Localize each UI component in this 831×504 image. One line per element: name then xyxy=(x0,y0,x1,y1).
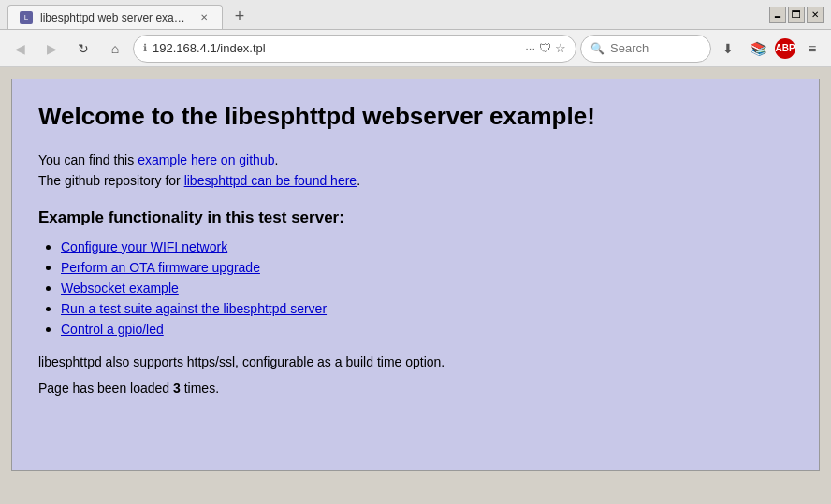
page-title: Welcome to the libesphttpd webserver exa… xyxy=(38,102,793,131)
libesphttpd-link[interactable]: libesphttpd can be found here xyxy=(184,173,357,188)
bookmark-icon[interactable]: ☆ xyxy=(555,41,566,55)
back-icon: ◀ xyxy=(15,41,25,56)
title-bar: L libesphttpd web server example ✕ + 🗕 🗖… xyxy=(0,0,831,30)
search-input[interactable] xyxy=(610,41,701,55)
search-bar-container[interactable]: 🔍 xyxy=(580,35,711,63)
address-input[interactable] xyxy=(153,41,519,55)
abp-label: ABP xyxy=(775,43,795,53)
tab-label: libesphttpd web server example xyxy=(40,11,190,24)
maximize-button[interactable]: 🗖 xyxy=(788,7,805,23)
toolbar: ◀ ▶ ↻ ⌂ ℹ ··· 🛡 ☆ 🔍 ⬇ 📚 ABP ≡ xyxy=(0,30,831,67)
list-item: Run a test suite against the libesphttpd… xyxy=(61,300,793,317)
back-button[interactable]: ◀ xyxy=(6,35,34,63)
more-options-icon[interactable]: ··· xyxy=(525,41,535,55)
list-item: Control a gpio/led xyxy=(61,321,793,338)
github-example-link[interactable]: example here on github xyxy=(138,152,274,167)
abp-button[interactable]: ABP xyxy=(775,38,795,59)
search-icon: 🔍 xyxy=(590,42,605,55)
toolbar-right: ⬇ 📚 ABP ≡ xyxy=(715,36,825,62)
address-bar-container[interactable]: ℹ ··· 🛡 ☆ xyxy=(133,35,576,63)
address-right-icons: ··· 🛡 ☆ xyxy=(525,41,566,55)
shield-icon[interactable]: 🛡 xyxy=(539,41,551,55)
forward-button[interactable]: ▶ xyxy=(37,35,66,63)
intro-part1: You can find this xyxy=(38,152,138,167)
info-icon: ℹ xyxy=(143,42,147,54)
close-button[interactable]: ✕ xyxy=(807,7,824,23)
forward-icon: ▶ xyxy=(47,41,57,56)
list-item-link[interactable]: Websocket example xyxy=(61,281,179,295)
refresh-button[interactable]: ↻ xyxy=(69,35,97,63)
new-tab-button[interactable]: + xyxy=(226,3,253,29)
minimize-button[interactable]: 🗕 xyxy=(769,7,786,23)
section-title: Example functionality in this test serve… xyxy=(38,209,793,227)
intro-part2: . xyxy=(274,152,278,167)
load-count: Page has been loaded 3 times. xyxy=(38,381,793,396)
load-count-number: 3 xyxy=(173,381,181,396)
window-controls: 🗕 🗖 ✕ xyxy=(769,7,824,23)
menu-button[interactable]: ≡ xyxy=(799,36,825,62)
page-area: Welcome to the libesphttpd webserver exa… xyxy=(0,67,831,504)
list-item-link[interactable]: Perform an OTA firmware upgrade xyxy=(61,260,260,275)
download-icon: ⬇ xyxy=(722,41,734,56)
intro-line2-part1: The github repository for xyxy=(38,173,184,188)
menu-icon: ≡ xyxy=(809,41,816,56)
ssl-note: libesphttpd also supports https/ssl, con… xyxy=(38,354,793,369)
favicon-letter: L xyxy=(24,13,28,22)
intro-text: You can find this example here on github… xyxy=(38,150,793,192)
load-count-suffix: times. xyxy=(181,381,219,396)
links-list: Configure your WIFI networkPerform an OT… xyxy=(38,238,793,338)
library-icon: 📚 xyxy=(751,41,766,56)
intro-line2-part2: . xyxy=(357,173,360,188)
list-item-link[interactable]: Control a gpio/led xyxy=(61,322,164,337)
content-box: Welcome to the libesphttpd webserver exa… xyxy=(11,79,820,471)
refresh-icon: ↻ xyxy=(78,41,89,56)
load-count-prefix: Page has been loaded xyxy=(38,381,173,396)
list-item: Configure your WIFI network xyxy=(61,238,793,255)
library-button[interactable]: 📚 xyxy=(745,36,771,62)
download-button[interactable]: ⬇ xyxy=(715,36,741,62)
active-tab[interactable]: L libesphttpd web server example ✕ xyxy=(7,5,223,29)
tab-close-button[interactable]: ✕ xyxy=(197,11,211,24)
home-button[interactable]: ⌂ xyxy=(101,35,129,63)
home-icon: ⌂ xyxy=(111,41,119,56)
list-item-link[interactable]: Run a test suite against the libesphttpd… xyxy=(61,301,327,316)
list-item: Websocket example xyxy=(61,280,793,296)
tab-area: L libesphttpd web server example ✕ + xyxy=(7,0,769,29)
list-item: Perform an OTA firmware upgrade xyxy=(61,259,793,276)
list-item-link[interactable]: Configure your WIFI network xyxy=(61,239,227,254)
tab-favicon: L xyxy=(20,11,33,24)
